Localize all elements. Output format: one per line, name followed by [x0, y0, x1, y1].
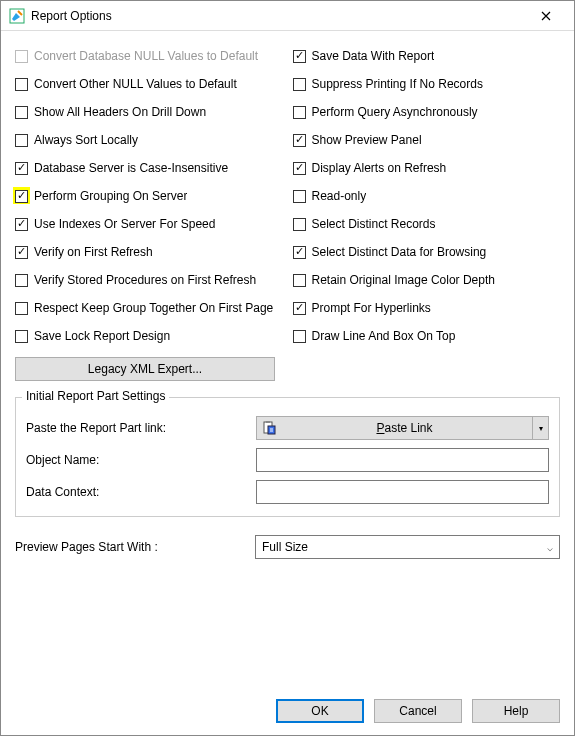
option-verify-stored-procedures-on-first-refresh[interactable]: Verify Stored Procedures on First Refres…: [15, 273, 283, 287]
svg-rect-3: [268, 426, 275, 434]
initial-report-part-settings: Initial Report Part Settings Paste the R…: [15, 397, 560, 517]
ok-button[interactable]: OK: [276, 699, 364, 723]
clipboard-icon: [261, 420, 277, 436]
checkbox-label: Perform Grouping On Server: [34, 189, 187, 203]
option-respect-keep-group-together-on-first-page[interactable]: Respect Keep Group Together On First Pag…: [15, 301, 283, 315]
option-convert-other-null-values-to-default[interactable]: Convert Other NULL Values to Default: [15, 77, 283, 91]
object-name-input[interactable]: [256, 448, 549, 472]
option-perform-query-asynchronously[interactable]: Perform Query Asynchronously: [293, 105, 561, 119]
option-perform-grouping-on-server[interactable]: Perform Grouping On Server: [15, 189, 283, 203]
data-context-label: Data Context:: [26, 485, 246, 499]
checkbox[interactable]: [15, 162, 28, 175]
checkbox-label: Draw Line And Box On Top: [312, 329, 456, 343]
checkbox-label: Suppress Printing If No Records: [312, 77, 483, 91]
checkbox[interactable]: [15, 274, 28, 287]
preview-pages-label: Preview Pages Start With :: [15, 540, 245, 554]
checkbox-label: Select Distinct Records: [312, 217, 436, 231]
option-always-sort-locally[interactable]: Always Sort Locally: [15, 133, 283, 147]
checkbox-label: Select Distinct Data for Browsing: [312, 245, 487, 259]
option-save-lock-report-design[interactable]: Save Lock Report Design: [15, 329, 283, 343]
checkbox-label: Use Indexes Or Server For Speed: [34, 217, 215, 231]
option-prompt-for-hyperlinks[interactable]: Prompt For Hyperlinks: [293, 301, 561, 315]
option-read-only[interactable]: Read-only: [293, 189, 561, 203]
checkbox[interactable]: [15, 302, 28, 315]
paste-link-label: Paste the Report Part link:: [26, 421, 246, 435]
app-icon: [9, 8, 25, 24]
checkbox[interactable]: [293, 134, 306, 147]
option-verify-on-first-refresh[interactable]: Verify on First Refresh: [15, 245, 283, 259]
checkbox-label: Show Preview Panel: [312, 133, 422, 147]
checkbox-label: Verify Stored Procedures on First Refres…: [34, 273, 256, 287]
options-grid: Convert Database NULL Values to DefaultS…: [15, 49, 560, 343]
legacy-xml-expert-label: Legacy XML Expert...: [88, 362, 202, 376]
option-convert-database-null-values-to-default: Convert Database NULL Values to Default: [15, 49, 283, 63]
legacy-xml-expert-button[interactable]: Legacy XML Expert...: [15, 357, 275, 381]
checkbox: [15, 50, 28, 63]
checkbox[interactable]: [15, 246, 28, 259]
report-options-dialog: Report Options Convert Database NULL Val…: [0, 0, 575, 736]
checkbox-label: Always Sort Locally: [34, 133, 138, 147]
paste-link-dropdown[interactable]: ▾: [532, 417, 548, 439]
checkbox[interactable]: [15, 190, 28, 203]
checkbox[interactable]: [293, 218, 306, 231]
option-suppress-printing-if-no-records[interactable]: Suppress Printing If No Records: [293, 77, 561, 91]
option-show-all-headers-on-drill-down[interactable]: Show All Headers On Drill Down: [15, 105, 283, 119]
paste-link-button[interactable]: Paste Link ▾: [256, 416, 549, 440]
window-title: Report Options: [31, 9, 112, 23]
checkbox[interactable]: [293, 162, 306, 175]
checkbox-label: Save Lock Report Design: [34, 329, 170, 343]
checkbox-label: Prompt For Hyperlinks: [312, 301, 431, 315]
checkbox[interactable]: [293, 78, 306, 91]
checkbox-label: Respect Keep Group Together On First Pag…: [34, 301, 273, 315]
checkbox[interactable]: [293, 274, 306, 287]
checkbox-label: Verify on First Refresh: [34, 245, 153, 259]
option-display-alerts-on-refresh[interactable]: Display Alerts on Refresh: [293, 161, 561, 175]
option-select-distinct-data-for-browsing[interactable]: Select Distinct Data for Browsing: [293, 245, 561, 259]
help-button[interactable]: Help: [472, 699, 560, 723]
option-draw-line-and-box-on-top[interactable]: Draw Line And Box On Top: [293, 329, 561, 343]
data-context-input[interactable]: [256, 480, 549, 504]
checkbox[interactable]: [293, 50, 306, 63]
svg-rect-2: [266, 421, 270, 423]
option-retain-original-image-color-depth[interactable]: Retain Original Image Color Depth: [293, 273, 561, 287]
checkbox[interactable]: [293, 302, 306, 315]
checkbox[interactable]: [293, 246, 306, 259]
fieldset-legend: Initial Report Part Settings: [22, 389, 169, 403]
option-show-preview-panel[interactable]: Show Preview Panel: [293, 133, 561, 147]
option-select-distinct-records[interactable]: Select Distinct Records: [293, 217, 561, 231]
titlebar: Report Options: [1, 1, 574, 31]
checkbox[interactable]: [15, 78, 28, 91]
preview-pages-selected: Full Size: [262, 540, 308, 554]
button-bar: OK Cancel Help: [1, 687, 574, 735]
checkbox[interactable]: [293, 190, 306, 203]
checkbox[interactable]: [15, 134, 28, 147]
checkbox[interactable]: [15, 106, 28, 119]
option-database-server-is-case-insensitive[interactable]: Database Server is Case-Insensitive: [15, 161, 283, 175]
checkbox[interactable]: [15, 218, 28, 231]
cancel-button[interactable]: Cancel: [374, 699, 462, 723]
close-button[interactable]: [526, 4, 566, 28]
paste-link-text: Paste Link: [277, 421, 532, 435]
checkbox[interactable]: [293, 106, 306, 119]
object-name-label: Object Name:: [26, 453, 246, 467]
option-use-indexes-or-server-for-speed[interactable]: Use Indexes Or Server For Speed: [15, 217, 283, 231]
chevron-down-icon: ⌵: [547, 542, 553, 553]
checkbox-label: Show All Headers On Drill Down: [34, 105, 206, 119]
checkbox-label: Display Alerts on Refresh: [312, 161, 447, 175]
checkbox-label: Perform Query Asynchronously: [312, 105, 478, 119]
checkbox-label: Retain Original Image Color Depth: [312, 273, 495, 287]
option-save-data-with-report[interactable]: Save Data With Report: [293, 49, 561, 63]
checkbox[interactable]: [293, 330, 306, 343]
checkbox-label: Read-only: [312, 189, 367, 203]
checkbox-label: Convert Database NULL Values to Default: [34, 49, 258, 63]
checkbox-label: Database Server is Case-Insensitive: [34, 161, 228, 175]
checkbox[interactable]: [15, 330, 28, 343]
checkbox-label: Save Data With Report: [312, 49, 435, 63]
preview-pages-select[interactable]: Full Size ⌵: [255, 535, 560, 559]
checkbox-label: Convert Other NULL Values to Default: [34, 77, 237, 91]
